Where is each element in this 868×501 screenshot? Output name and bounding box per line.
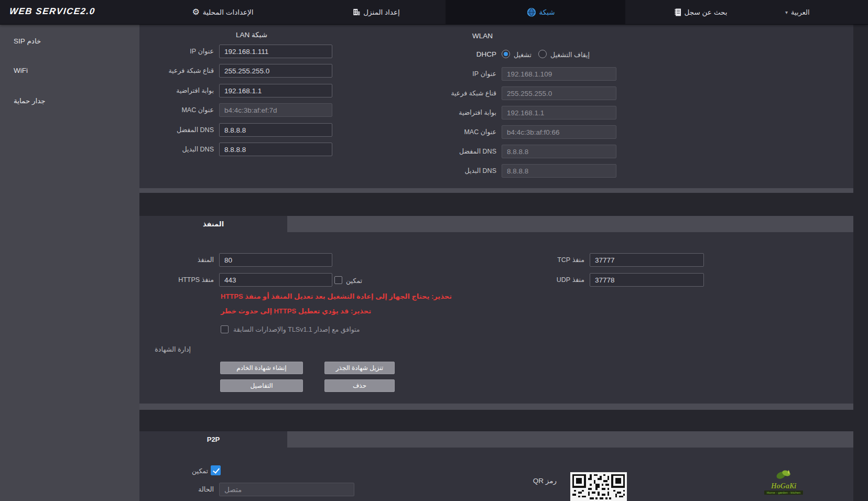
globe-icon bbox=[527, 8, 536, 17]
gear-icon: ⚙ bbox=[192, 8, 199, 16]
wlan-dns1-input bbox=[502, 145, 616, 158]
tab-row-strip bbox=[287, 216, 853, 232]
tcp-port-input[interactable] bbox=[590, 253, 704, 267]
tab-home-setup-label: إعداد المنزل bbox=[363, 8, 399, 16]
tab-record-search-label: بحث عن سجل bbox=[685, 8, 728, 16]
lan-ip-label: عنوان IP bbox=[140, 47, 214, 55]
download-root-cert-button[interactable]: تنزيل شهادة الجذر bbox=[324, 362, 395, 374]
udp-port-label: منفذ UDP bbox=[506, 276, 584, 284]
port-label: المنفذ bbox=[140, 256, 214, 264]
language-selector[interactable]: ▾ العربية bbox=[785, 0, 810, 24]
tab-home-setup[interactable]: إعداد المنزل bbox=[353, 0, 399, 24]
tcp-port-label: منفذ TCP bbox=[506, 256, 584, 264]
panel-bottom-strip bbox=[139, 188, 853, 193]
wlan-dns1-label: DNS المفضل bbox=[414, 147, 496, 155]
network-panel: شبكة LAN عنوان IP قناع شبكة فرعية بوابة … bbox=[139, 25, 853, 193]
wlan-dhcp-label: DHCP bbox=[414, 50, 496, 58]
https-port-input[interactable] bbox=[219, 273, 332, 287]
wlan-mac-input bbox=[502, 125, 616, 139]
dhcp-off-radio[interactable] bbox=[538, 50, 547, 58]
wlan-ip-label: عنوان IP bbox=[414, 70, 496, 78]
p2p-panel: P2P تمكين الحالة رمز QR bbox=[139, 431, 853, 501]
lan-dns2-input[interactable] bbox=[219, 143, 332, 156]
tab-port[interactable]: المنفذ bbox=[139, 216, 287, 232]
cert-delete-button[interactable]: حذف bbox=[324, 379, 395, 392]
dhcp-on-label: تشغيل bbox=[514, 51, 531, 59]
tls-compat-label: متوافق مع إصدار TLSv1.1 والإصدارات الساب… bbox=[233, 325, 360, 333]
wlan-mac-label: عنوان MAC bbox=[414, 128, 496, 136]
https-port-label: منفذ HTTPS bbox=[140, 276, 214, 284]
wlan-subnet-label: قناع شبكة فرعية bbox=[414, 89, 496, 97]
wlan-gateway-label: بوابة افتراضية bbox=[414, 108, 496, 116]
tab-row-strip bbox=[287, 431, 853, 448]
journal-icon bbox=[675, 8, 681, 16]
qr-code-label: رمز QR bbox=[514, 476, 557, 485]
create-server-cert-button[interactable]: إنشاء شهادة الخادم bbox=[220, 362, 303, 374]
https-warning-1: تحذير: يحتاج الجهاز إلى إعادة التشغيل بع… bbox=[221, 292, 452, 300]
lan-subnet-label: قناع شبكة فرعية bbox=[140, 67, 214, 74]
cert-details-button[interactable]: التفاصيل bbox=[220, 379, 303, 392]
lan-section-title: شبكة LAN bbox=[193, 30, 267, 39]
https-enable-label: تمكين bbox=[346, 277, 362, 285]
tab-local-settings-label: الإعدادات المحلية bbox=[203, 8, 254, 16]
wlan-ip-input bbox=[502, 67, 616, 81]
lan-subnet-input[interactable] bbox=[219, 64, 332, 78]
sidebar: خادم SIP WiFi جدار حماية bbox=[0, 24, 139, 501]
tab-network[interactable]: شبكة bbox=[527, 0, 555, 24]
p2p-status-input bbox=[219, 483, 354, 496]
https-warning-2: تحذير: قد يؤدي تعطيل HTTPS إلى حدوث خطر bbox=[221, 307, 371, 315]
panel-bottom-strip bbox=[139, 404, 853, 410]
app-logo: WEB SERVICE2.0 bbox=[9, 6, 96, 17]
building-icon bbox=[353, 8, 360, 16]
wlan-section-title: WLAN bbox=[414, 32, 493, 40]
leaf-logo-icon bbox=[775, 468, 793, 481]
port-panel-body: المنفذ منفذ HTTPS تمكين منفذ TCP منفذ UD… bbox=[139, 232, 853, 404]
p2p-status-label: الحالة bbox=[140, 485, 214, 493]
watermark-title: HoGaKi bbox=[764, 483, 803, 490]
tab-network-label: شبكة bbox=[539, 8, 555, 16]
watermark-subtitle: Home - garden - kitchen bbox=[764, 491, 803, 495]
p2p-panel-body: تمكين الحالة رمز QR bbox=[139, 448, 853, 501]
lan-ip-input[interactable] bbox=[219, 45, 332, 58]
sidebar-item-firewall[interactable]: جدار حماية bbox=[14, 96, 46, 105]
lan-dns1-input[interactable] bbox=[219, 123, 332, 137]
lan-gateway-label: بوابة افتراضية bbox=[140, 86, 214, 94]
https-enable-checkbox[interactable] bbox=[334, 276, 342, 284]
port-panel: المنفذ المنفذ منفذ HTTPS تمكين منفذ TCP … bbox=[139, 216, 853, 410]
dhcp-on-radio[interactable] bbox=[502, 50, 510, 58]
port-input[interactable] bbox=[219, 253, 332, 267]
lan-mac-input bbox=[219, 103, 332, 117]
wlan-subnet-input bbox=[502, 86, 616, 100]
chevron-down-icon: ▾ bbox=[785, 9, 788, 15]
top-navbar: WEB SERVICE2.0 ⚙ الإعدادات المحلية إعداد… bbox=[0, 0, 868, 25]
tab-p2p[interactable]: P2P bbox=[139, 431, 287, 448]
wlan-dns2-label: DNS البديل bbox=[414, 167, 496, 175]
dhcp-off-label: إيقاف التشغيل bbox=[550, 51, 590, 59]
tab-local-settings[interactable]: ⚙ الإعدادات المحلية bbox=[192, 0, 253, 24]
hogaki-watermark: HoGaKi Home - garden - kitchen bbox=[764, 468, 803, 500]
wlan-dns2-input bbox=[502, 164, 616, 178]
qr-code-image bbox=[570, 472, 627, 501]
language-label: العربية bbox=[791, 8, 810, 16]
lan-gateway-input[interactable] bbox=[219, 84, 332, 97]
p2p-enable-label: تمكين bbox=[173, 467, 208, 475]
lan-mac-label: عنوان MAC bbox=[140, 106, 214, 114]
wlan-gateway-input bbox=[502, 106, 616, 119]
tls-compat-checkbox[interactable] bbox=[221, 325, 229, 333]
udp-port-input[interactable] bbox=[590, 273, 704, 287]
lan-dns2-label: DNS البديل bbox=[140, 145, 214, 153]
tab-record-search[interactable]: بحث عن سجل bbox=[675, 0, 728, 24]
lan-dns1-label: DNS المفضل bbox=[140, 126, 214, 134]
p2p-enable-checkbox[interactable] bbox=[211, 465, 221, 475]
sidebar-item-wifi[interactable]: WiFi bbox=[14, 67, 28, 74]
cert-management-label: إدارة الشهادة bbox=[140, 345, 191, 353]
sidebar-item-sip-server[interactable]: خادم SIP bbox=[14, 37, 41, 45]
